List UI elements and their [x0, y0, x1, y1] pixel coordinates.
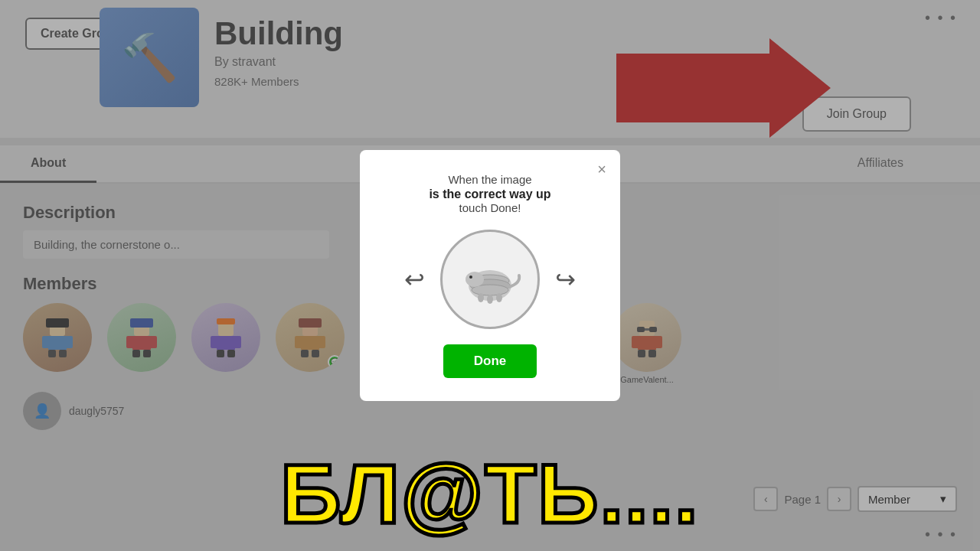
svg-point-64	[466, 272, 484, 287]
rotate-left-button[interactable]: ↩	[404, 265, 425, 294]
modal-backdrop: × When the image is the correct way up t…	[0, 0, 980, 551]
done-button[interactable]: Done	[443, 344, 537, 378]
svg-point-66	[478, 293, 484, 302]
captcha-modal: × When the image is the correct way up t…	[360, 150, 620, 401]
svg-point-67	[487, 295, 493, 304]
svg-point-68	[496, 293, 502, 302]
modal-instruction-line3: touch Done!	[459, 201, 521, 214]
svg-point-65	[469, 276, 472, 279]
captcha-image	[440, 230, 540, 329]
captcha-image-area: ↩	[404, 230, 576, 329]
modal-close-button[interactable]: ×	[597, 161, 606, 178]
modal-instruction-line1: When the image	[448, 173, 531, 186]
rotate-right-button[interactable]: ↩	[555, 265, 576, 294]
modal-instruction-line2: is the correct way up	[429, 187, 550, 201]
